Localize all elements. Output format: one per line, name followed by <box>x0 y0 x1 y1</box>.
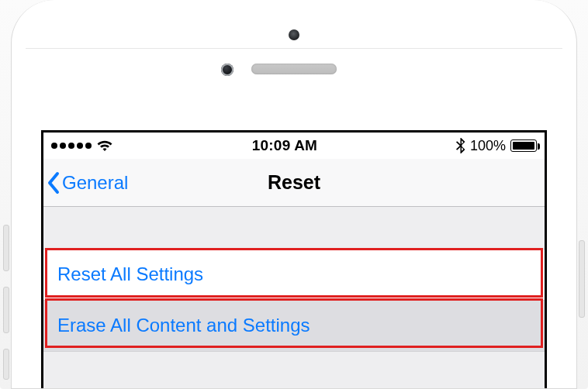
wifi-icon <box>96 139 113 152</box>
reset-all-settings-row[interactable]: Reset All Settings <box>43 249 545 301</box>
battery-percent: 100% <box>470 138 506 154</box>
back-label: General <box>62 172 128 194</box>
cell-label: Reset All Settings <box>57 263 203 284</box>
content-area: Reset All Settings Erase All Content and… <box>43 207 545 388</box>
status-right: 100% <box>456 138 537 154</box>
erase-all-content-row[interactable]: Erase All Content and Settings <box>43 301 545 352</box>
volume-up-button <box>3 225 9 271</box>
sensor-dot <box>289 29 299 40</box>
status-clock: 10:09 AM <box>252 137 317 154</box>
earpiece-speaker <box>251 64 337 74</box>
device-bezel: 10:09 AM 100% General <box>11 0 577 389</box>
screen: 10:09 AM 100% General <box>41 130 547 388</box>
status-left <box>51 139 113 152</box>
section-spacer <box>43 207 545 249</box>
volume-down-button <box>3 287 9 333</box>
bluetooth-icon <box>456 138 465 153</box>
status-bar: 10:09 AM 100% <box>43 133 545 159</box>
nav-title: Reset <box>268 171 320 194</box>
cell-label: Erase All Content and Settings <box>57 315 310 336</box>
signal-strength-icon <box>51 143 92 149</box>
chevron-left-icon <box>47 171 61 194</box>
nav-bar: General Reset <box>43 159 545 207</box>
front-camera <box>221 64 233 76</box>
device-frame: 10:09 AM 100% General <box>0 0 588 389</box>
battery-icon <box>510 139 537 152</box>
power-button <box>579 240 585 318</box>
mute-switch <box>3 349 9 380</box>
back-button[interactable]: General <box>47 159 128 206</box>
